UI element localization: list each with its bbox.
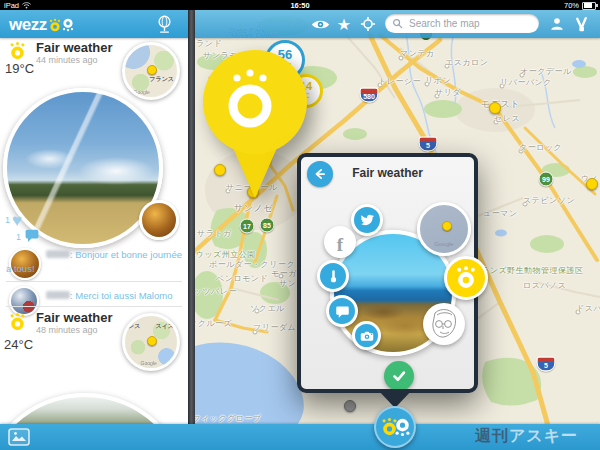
app-screen: State ParkランドサンラモンブレントウッドMount Diabloマンテ…: [0, 0, 600, 450]
map-place-label: パシフィックグローブ: [195, 413, 262, 424]
temperature-button[interactable]: [317, 260, 349, 292]
map-marker[interactable]: [344, 400, 356, 412]
sun-white-icon: [393, 418, 412, 437]
facebook-share-button[interactable]: f: [324, 226, 356, 258]
search-icon: [392, 18, 403, 29]
camera-button[interactable]: [352, 321, 381, 350]
map-search-field[interactable]: [385, 14, 539, 33]
magazine-watermark: 週刊アスキー: [475, 426, 578, 447]
clock: 16:50: [0, 1, 600, 10]
crosshair-icon: [360, 16, 376, 32]
minimap-label: スイス: [156, 322, 174, 331]
map-place-label: サラトガ: [197, 228, 232, 239]
panel-divider[interactable]: [188, 10, 195, 424]
map-place-label: タクルーズ: [195, 318, 232, 329]
post-minimap[interactable]: ンス スイス Google: [122, 313, 180, 371]
like-count: 1: [5, 215, 10, 225]
bottom-bar: 週刊アスキー: [0, 424, 600, 450]
logo-sun-white-icon: [61, 18, 75, 32]
map-place-label: ターロック: [519, 142, 562, 153]
profile-button[interactable]: [547, 14, 567, 34]
weather-popup: Fair weather Google: [297, 153, 478, 393]
logo-sun-yellow-icon: [48, 18, 62, 32]
highway-shield: 17: [240, 219, 255, 234]
map-place-label: ステビンソン: [523, 195, 575, 206]
favorites-button[interactable]: ★: [334, 14, 354, 34]
map-place-label: リバーバンク: [500, 77, 552, 88]
minimap-label: ンス: [128, 322, 140, 331]
map-place-label: マンテカ: [400, 48, 435, 59]
map-place-label: フリーダム: [253, 322, 296, 333]
ios-status-bar: iPad 16:50 70%: [0, 0, 600, 10]
map-place-label: ソクエル: [250, 303, 285, 314]
camera-icon: [360, 329, 374, 343]
locate-button[interactable]: [358, 14, 378, 34]
photo-feed-button[interactable]: [8, 428, 30, 446]
highway-shield: 99: [539, 172, 554, 187]
map-place-label: ューマン: [483, 208, 518, 219]
twitter-share-button[interactable]: [351, 204, 383, 236]
map-place-label: コッツバレー: [195, 286, 237, 297]
popup-title: Fair weather: [301, 166, 474, 180]
search-input[interactable]: [407, 17, 532, 30]
post-author-avatar[interactable]: [139, 200, 179, 240]
map-marker[interactable]: [586, 178, 598, 190]
globe-icon: [155, 14, 174, 34]
blurred-username: [46, 250, 70, 258]
comment-count: 1: [16, 232, 21, 242]
map-place-label: サン: [279, 278, 296, 289]
post-temperature: 24°C: [4, 337, 33, 352]
map-place-label: ドスパ: [576, 303, 600, 314]
post-temperature: 19°C: [5, 61, 34, 76]
post-title: Fair weather: [36, 40, 113, 55]
feed-sidebar: Fair weather 44 minutes ago 19°C フランス Go…: [0, 10, 188, 424]
photo-icon: [8, 428, 30, 446]
map-place-label: ロスバノス: [523, 280, 566, 291]
heart-icon[interactable]: ♥: [12, 212, 22, 229]
fair-weather-icon: [8, 312, 27, 331]
facebook-f-icon: f: [337, 234, 343, 256]
globe-button[interactable]: [155, 14, 174, 38]
swiss-knife-icon: [573, 16, 590, 33]
post-minimap[interactable]: フランス Google: [122, 42, 180, 100]
person-icon: [549, 16, 565, 32]
map-marker[interactable]: [489, 102, 501, 114]
post-time: 48 minutes ago: [36, 325, 98, 335]
wezzoo-sun-icon[interactable]: [444, 256, 488, 300]
eye-icon: [311, 18, 330, 31]
speech-bubble-icon: [335, 304, 350, 319]
star-icon: ★: [337, 15, 351, 34]
map-place-label: オークデール: [520, 66, 572, 77]
thermometer-icon: [326, 269, 341, 284]
visibility-button[interactable]: [310, 14, 330, 34]
post-photo[interactable]: [0, 393, 188, 424]
battery-icon: [582, 2, 596, 10]
map-place-label: サリダ: [435, 87, 461, 98]
blurred-username: [46, 291, 70, 299]
google-watermark: Google: [140, 360, 156, 365]
comment-button[interactable]: [326, 295, 358, 327]
twitter-bird-icon: [359, 212, 375, 228]
battery-percent: 70%: [564, 1, 579, 10]
comment-text: : Bonjour et bonne journée a tous!: [6, 248, 184, 276]
popup-minimap[interactable]: Google: [417, 202, 471, 256]
map-place-label: ベンロモンド: [216, 273, 268, 284]
map-place-label: エスカロン: [445, 57, 488, 68]
wezzoo-logo: wezz: [9, 15, 75, 35]
wezzoo-map-marker[interactable]: [374, 406, 416, 448]
post-title: Fair weather: [36, 310, 113, 325]
sidebar-header: wezz: [0, 10, 188, 38]
check-icon: [390, 367, 408, 385]
confirm-button[interactable]: [384, 361, 414, 391]
user-avatar[interactable]: [423, 303, 465, 345]
comment-text: : Merci toi aussi Malomo: [6, 289, 184, 303]
minimap-label: フランス: [149, 75, 174, 84]
tools-button[interactable]: [571, 14, 591, 34]
highway-shield: 85: [260, 218, 275, 233]
google-watermark: Google: [133, 89, 149, 94]
comment-bubble-icon[interactable]: [25, 229, 39, 242]
map-place-label: リポン: [425, 75, 451, 86]
google-watermark: Google: [420, 241, 468, 247]
map-place-label: トレーシー: [378, 76, 421, 87]
map-toolbar: ★: [195, 10, 600, 38]
